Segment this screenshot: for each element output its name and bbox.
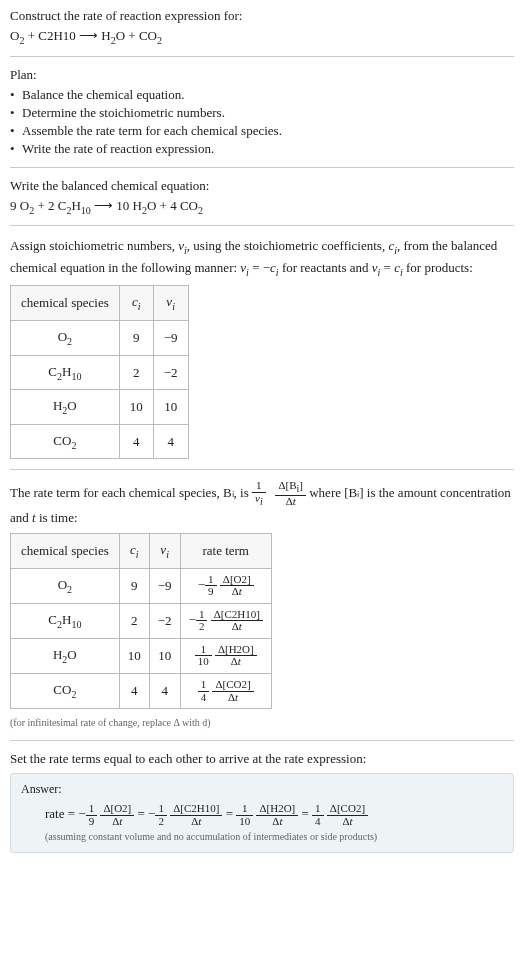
frac-num: Δ[C2H10] [170,803,222,816]
rate-word: rate = [45,806,78,821]
plan-label: Plan: [10,67,514,83]
divider [10,167,514,168]
table-header-row: chemical species ci νi rate term [11,534,272,569]
frac-den: 10 [236,816,253,828]
frac-den: 9 [205,586,217,598]
frac-num: Δ[Bi] [275,480,306,496]
cell-ci: 4 [119,424,153,459]
plan-text: Assemble the rate term for each chemical… [22,123,282,138]
cell-vi: −2 [153,355,188,390]
plan-item: •Balance the chemical equation. [10,87,514,103]
plan-text: Balance the chemical equation. [22,87,184,102]
cell-vi: −2 [149,603,180,638]
frac-den: Δt [100,816,134,828]
col-species: chemical species [11,286,120,321]
frac-den: Δt [275,496,306,508]
divider [10,225,514,226]
table-row: O29−9 [11,320,189,355]
frac-den: 10 [195,656,212,668]
cell-vi: 10 [153,390,188,425]
frac-den: Δt [220,586,254,598]
sign: − [198,577,205,592]
frac-num: 1 [312,803,324,816]
col-species: chemical species [11,534,120,569]
cell-species: O2 [11,568,120,603]
cell-ci: 10 [119,390,153,425]
cell-ci: 4 [119,673,149,708]
final-block: Set the rate terms equal to each other t… [10,751,514,853]
frac-den: 9 [86,816,98,828]
col-vi: νi [149,534,180,569]
plan-item: •Write the rate of reaction expression. [10,141,514,157]
plan-list: •Balance the chemical equation. •Determi… [10,87,514,157]
cell-species: H2O [11,390,120,425]
frac-num: Δ[CO2] [327,803,368,816]
frac-den: Δt [212,692,253,704]
cell-ci: 9 [119,568,149,603]
balanced-label: Write the balanced chemical equation: [10,178,514,194]
divider [10,56,514,57]
frac-num: 1 [198,679,210,692]
cell-species: C2H10 [11,603,120,638]
table-row: C2H102−2 [11,355,189,390]
table-row: CO244 [11,424,189,459]
table-row: O2 9 −9 −19 Δ[O2]Δt [11,568,272,603]
frac-num: Δ[O2] [100,803,134,816]
generic-frac-2: Δ[Bi] Δt [275,480,306,507]
frac-den: 2 [196,621,208,633]
frac-num: Δ[CO2] [212,679,253,692]
sign: − [78,806,85,821]
frac-den: 2 [155,816,167,828]
col-rate: rate term [180,534,271,569]
divider [10,740,514,741]
cell-ci: 9 [119,320,153,355]
plan-item: •Assemble the rate term for each chemica… [10,123,514,139]
frac-den: Δt [327,816,368,828]
stoich-block: Assign stoichiometric numbers, νi, using… [10,236,514,459]
sign: − [148,806,155,821]
cell-ci: 10 [119,638,149,673]
cell-vi: 4 [149,673,180,708]
frac-den: νi [252,493,266,508]
col-vi: νi [153,286,188,321]
plan-item: •Determine the stoichiometric numbers. [10,105,514,121]
frac-den: 4 [312,816,324,828]
table-row: H2O1010 [11,390,189,425]
frac-num: 1 [236,803,253,816]
table-row: C2H10 2 −2 −12 Δ[C2H10]Δt [11,603,272,638]
rateterm-intro-c: is time: [36,510,78,525]
col-ci: ci [119,534,149,569]
cell-vi: −9 [153,320,188,355]
cell-rate: −19 Δ[O2]Δt [180,568,271,603]
final-label: Set the rate terms equal to each other t… [10,751,514,767]
rateterm-table: chemical species ci νi rate term O2 9 −9… [10,533,272,709]
frac-num: 1 [86,803,98,816]
cell-vi: 4 [153,424,188,459]
frac-num: 1 [155,803,167,816]
table-row: H2O 10 10 110 Δ[H2O]Δt [11,638,272,673]
frac-num: Δ[H2O] [256,803,298,816]
frac-den: Δt [215,656,257,668]
stoich-intro: Assign stoichiometric numbers, νi, using… [10,236,514,279]
divider [10,469,514,470]
table-row: CO2 4 4 14 Δ[CO2]Δt [11,673,272,708]
table-header-row: chemical species ci νi [11,286,189,321]
rateterm-intro: The rate term for each chemical species,… [10,480,514,527]
cell-rate: 110 Δ[H2O]Δt [180,638,271,673]
plan-text: Determine the stoichiometric numbers. [22,105,225,120]
sign: − [189,612,196,627]
frac-den: Δt [211,621,263,633]
frac-den: 4 [198,692,210,704]
answer-rate-expression: rate = −19 Δ[O2]Δt = −12 Δ[C2H10]Δt = 11… [21,803,503,827]
cell-species: H2O [11,638,120,673]
stoich-table: chemical species ci νi O29−9 C2H102−2 H2… [10,285,189,459]
intro-block: Construct the rate of reaction expressio… [10,8,514,46]
cell-rate: 14 Δ[CO2]Δt [180,673,271,708]
frac-den: Δt [170,816,222,828]
cell-species: CO2 [11,673,120,708]
balanced-block: Write the balanced chemical equation: 9 … [10,178,514,216]
answer-label: Answer: [21,782,503,797]
frac-num: 1 [252,480,266,493]
cell-vi: 10 [149,638,180,673]
rateterm-note: (for infinitesimal rate of change, repla… [10,715,514,730]
